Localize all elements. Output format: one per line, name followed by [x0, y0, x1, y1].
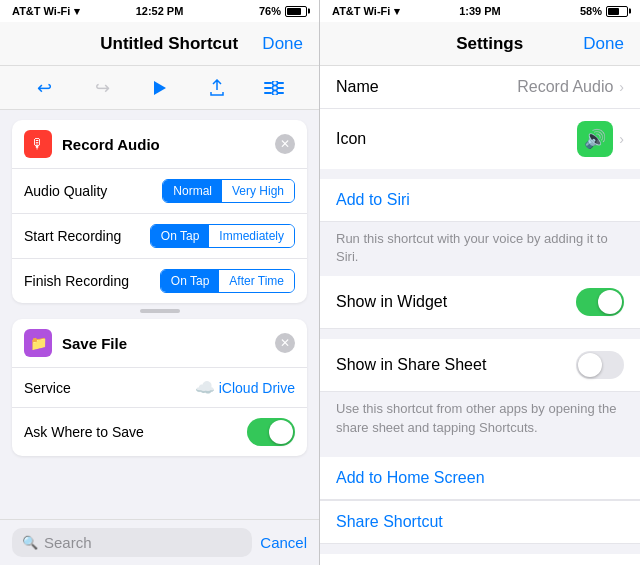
save-file-close[interactable]: ✕ [275, 333, 295, 353]
save-file-header: 📁 Save File ✕ [12, 319, 307, 368]
undo-button[interactable]: ↩ [29, 72, 61, 104]
left-panel: AT&T Wi-Fi ▾ 12:52 PM 76% Untitled Short… [0, 0, 320, 565]
add-siri-row[interactable]: Add to Siri [320, 179, 640, 222]
right-battery-icon [606, 6, 628, 17]
show-widget-row: Show in Widget [320, 276, 640, 329]
left-content: 🎙 Record Audio ✕ Audio Quality Normal Ve… [0, 110, 319, 519]
service-label: Service [24, 380, 71, 396]
right-status-bar: AT&T Wi-Fi ▾ 1:39 PM 58% [320, 0, 640, 22]
search-bar-wrapper: 🔍 Search Cancel [12, 528, 307, 557]
icon-label: Icon [336, 130, 366, 148]
start-recording-label: Start Recording [24, 228, 121, 244]
start-recording-row: Start Recording On Tap Immediately [12, 214, 307, 259]
finish-recording-row: Finish Recording On Tap After Time [12, 259, 307, 303]
left-time: 12:52 PM [136, 5, 184, 17]
audio-quality-label: Audio Quality [24, 183, 107, 199]
search-bar-area: 🔍 Search Cancel [0, 519, 319, 565]
save-file-card: 📁 Save File ✕ Service ☁️ iCloud Drive As… [12, 319, 307, 456]
finish-recording-label: Finish Recording [24, 273, 129, 289]
show-widget-label: Show in Widget [336, 293, 447, 311]
name-value: Record Audio [517, 78, 613, 96]
left-battery-icon [285, 6, 307, 17]
ask-where-toggle[interactable] [247, 418, 295, 446]
search-bar[interactable]: 🔍 Search [12, 528, 252, 557]
name-row[interactable]: Name Record Audio › [320, 66, 640, 109]
add-home-row[interactable]: Add to Home Screen [320, 457, 640, 500]
ask-where-label: Ask Where to Save [24, 424, 144, 440]
search-cancel-button[interactable]: Cancel [260, 534, 307, 551]
audio-quality-row: Audio Quality Normal Very High [12, 169, 307, 214]
record-audio-icon: 🎙 [24, 130, 52, 158]
show-share-label: Show in Share Sheet [336, 356, 486, 374]
share-button[interactable] [201, 72, 233, 104]
record-audio-close[interactable]: ✕ [275, 134, 295, 154]
divider-1 [320, 169, 640, 179]
right-nav-bar: Settings Done [320, 22, 640, 66]
left-status-bar: AT&T Wi-Fi ▾ 12:52 PM 76% [0, 0, 319, 22]
right-status-left: AT&T Wi-Fi ▾ [332, 5, 400, 18]
save-file-icon: 📁 [24, 329, 52, 357]
show-share-toggle[interactable] [576, 351, 624, 379]
divider-3 [320, 447, 640, 457]
right-time: 1:39 PM [459, 5, 501, 17]
right-done-button[interactable]: Done [583, 34, 624, 54]
record-audio-title: Record Audio [62, 136, 160, 153]
ask-where-knob [269, 420, 293, 444]
settings-button[interactable] [258, 72, 290, 104]
share-shortcut-label: Share Shortcut [336, 513, 443, 531]
finish-recording-ontap[interactable]: On Tap [161, 270, 219, 292]
finish-recording-control[interactable]: On Tap After Time [160, 269, 295, 293]
icloud-text: iCloud Drive [219, 380, 295, 396]
start-recording-ontap[interactable]: On Tap [151, 225, 209, 247]
icon-chevron: › [619, 131, 624, 147]
finish-recording-aftertime[interactable]: After Time [219, 270, 294, 292]
left-battery-pct: 76% [259, 5, 281, 17]
service-row: Service ☁️ iCloud Drive [12, 368, 307, 408]
show-share-row: Show in Share Sheet [320, 339, 640, 392]
show-widget-toggle[interactable] [576, 288, 624, 316]
left-status-right: 76% [259, 5, 307, 17]
record-audio-card: 🎙 Record Audio ✕ Audio Quality Normal Ve… [12, 120, 307, 303]
search-input[interactable]: Search [44, 534, 242, 551]
left-done-button[interactable]: Done [262, 34, 303, 54]
start-recording-immediately[interactable]: Immediately [209, 225, 294, 247]
start-recording-control[interactable]: On Tap Immediately [150, 224, 295, 248]
left-nav-bar: Untitled Shortcut Done [0, 22, 319, 66]
audio-quality-control[interactable]: Normal Very High [162, 179, 295, 203]
divider-4 [320, 544, 640, 554]
drag-handle-area [12, 309, 307, 313]
play-button[interactable] [143, 72, 175, 104]
show-widget-knob [598, 290, 622, 314]
left-wifi-icon: ▾ [74, 5, 80, 18]
name-value-group: Record Audio › [517, 78, 624, 96]
left-status-left: AT&T Wi-Fi ▾ [12, 5, 80, 18]
right-carrier: AT&T Wi-Fi [332, 5, 390, 17]
left-battery-fill [287, 8, 301, 15]
right-nav-title: Settings [456, 34, 523, 54]
share-description: Use this shortcut from other apps by ope… [320, 392, 640, 446]
redo-button[interactable]: ↪ [86, 72, 118, 104]
icloud-value[interactable]: ☁️ iCloud Drive [195, 378, 295, 397]
icon-preview: 🔊 [577, 121, 613, 157]
left-toolbar: ↩ ↪ [0, 66, 319, 110]
drag-handle [140, 309, 180, 313]
svg-rect-2 [264, 87, 272, 89]
svg-marker-0 [154, 81, 166, 95]
right-battery-fill [608, 8, 619, 15]
name-label: Name [336, 78, 379, 96]
svg-rect-1 [264, 82, 272, 84]
settings-scroll: Name Record Audio › Icon 🔊 › Add to Siri… [320, 66, 640, 565]
right-status-right: 58% [580, 5, 628, 17]
svg-point-9 [273, 90, 278, 95]
share-shortcut-row[interactable]: Share Shortcut [320, 500, 640, 544]
right-battery-pct: 58% [580, 5, 602, 17]
icon-row[interactable]: Icon 🔊 › [320, 109, 640, 169]
siri-description: Run this shortcut with your voice by add… [320, 222, 640, 276]
save-file-header-left: 📁 Save File [24, 329, 127, 357]
icon-value-group: 🔊 › [577, 121, 624, 157]
right-wifi-icon: ▾ [394, 5, 400, 18]
record-audio-header-left: 🎙 Record Audio [24, 130, 160, 158]
audio-quality-veryhigh[interactable]: Very High [222, 180, 294, 202]
audio-quality-normal[interactable]: Normal [163, 180, 222, 202]
import-questions-row[interactable]: Import Questions › [320, 554, 640, 565]
